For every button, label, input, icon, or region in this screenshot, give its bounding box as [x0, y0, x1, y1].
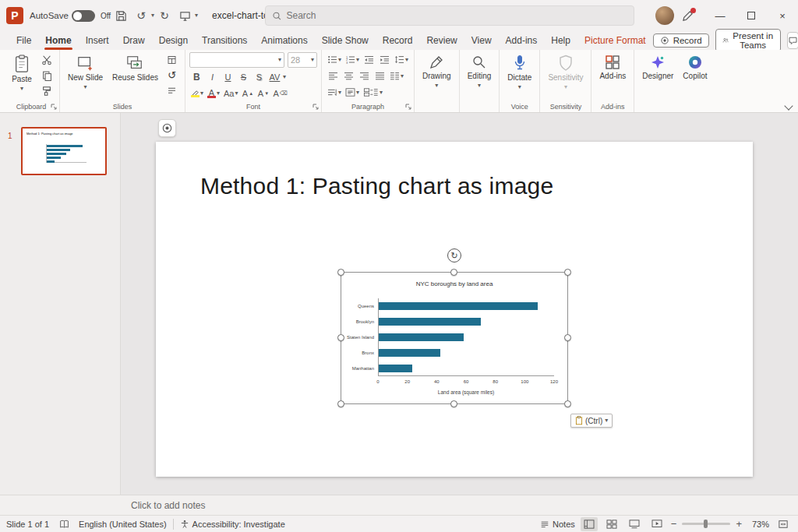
highlight-color-button[interactable]: ▾	[189, 86, 205, 100]
selection-handle-e[interactable]	[564, 334, 571, 341]
close-button[interactable]: ×	[767, 0, 798, 31]
columns-button[interactable]: ▾	[388, 69, 405, 83]
undo-button[interactable]: ↺	[131, 5, 151, 26]
drawing-button[interactable]: Drawing ▾	[418, 52, 455, 91]
decrease-indent-button[interactable]	[362, 52, 376, 67]
copilot-canvas-button[interactable]	[158, 119, 176, 137]
normal-view-button[interactable]	[581, 517, 598, 531]
selection-handle-w[interactable]	[337, 334, 344, 341]
font-name-combo[interactable]: ▾	[189, 52, 284, 68]
dictate-button[interactable]: Dictate ▾	[503, 52, 535, 93]
change-case-button[interactable]: Aa▾	[222, 86, 239, 100]
zoom-out-button[interactable]: −	[671, 518, 677, 530]
font-name-input[interactable]	[192, 55, 277, 65]
tab-animations[interactable]: Animations	[254, 33, 314, 48]
tab-view[interactable]: View	[464, 33, 499, 48]
tab-add-ins[interactable]: Add-ins	[499, 33, 545, 48]
sensitivity-button[interactable]: Sensitivity ▾	[544, 52, 587, 93]
increase-indent-button[interactable]	[377, 52, 392, 67]
addins-button[interactable]: Add-ins	[595, 52, 630, 83]
reading-view-button[interactable]	[626, 517, 643, 531]
increase-font-size-button[interactable]: A▲	[240, 86, 255, 100]
convert-to-smartart-button[interactable]: ▾	[362, 85, 384, 100]
present-in-teams-button[interactable]: Present in Teams	[715, 29, 781, 52]
paste-button[interactable]: Paste ▾	[7, 52, 37, 94]
font-color-button[interactable]: A ▾	[206, 86, 221, 100]
font-dialog-launcher[interactable]	[312, 104, 319, 110]
slide-title-text[interactable]: Method 1: Pasting chart as image	[200, 173, 553, 199]
font-size-combo[interactable]: ▾	[288, 52, 317, 68]
fit-to-window-button[interactable]	[775, 517, 792, 531]
comments-button[interactable]	[787, 32, 798, 49]
tab-draw[interactable]: Draw	[116, 33, 152, 48]
text-direction-button[interactable]: ▾	[326, 85, 343, 100]
italic-button[interactable]: I	[205, 69, 220, 84]
notes-toggle-button[interactable]: Notes	[540, 520, 575, 529]
character-spacing-chevron[interactable]: ▾	[283, 74, 286, 80]
clipboard-dialog-launcher[interactable]	[51, 104, 57, 110]
zoom-in-button[interactable]: +	[736, 518, 742, 530]
designer-button[interactable]: Designer	[638, 52, 677, 83]
autosave-toggle[interactable]	[72, 10, 95, 22]
slide-section-button[interactable]	[164, 83, 181, 98]
paste-options-button[interactable]: (Ctrl) ▾	[570, 414, 613, 428]
selection-handle-n[interactable]	[450, 269, 457, 276]
tab-transitions[interactable]: Transitions	[195, 33, 254, 48]
new-slide-button[interactable]: New Slide ▾	[64, 52, 107, 93]
present-display-button[interactable]	[175, 5, 195, 26]
clear-formatting-button[interactable]: A⌫	[271, 86, 288, 100]
slideshow-view-button[interactable]	[648, 517, 666, 531]
notes-pane[interactable]: Click to add notes	[0, 495, 798, 515]
save-button[interactable]	[111, 5, 131, 26]
bullets-button[interactable]: ▾	[326, 52, 343, 67]
reuse-slides-button[interactable]: Reuse Slides	[108, 52, 162, 85]
underline-button[interactable]: U	[221, 69, 235, 84]
paragraph-dialog-launcher[interactable]	[405, 104, 411, 110]
slide-layout-button[interactable]	[164, 52, 181, 67]
align-text-button[interactable]: ▾	[344, 85, 361, 100]
search-box[interactable]	[265, 5, 634, 26]
tab-slide-show[interactable]: Slide Show	[315, 33, 376, 48]
selection-handle-se[interactable]	[564, 400, 571, 407]
chart-image[interactable]: NYC boroughs by land area QueensBrooklyn…	[341, 273, 567, 403]
align-center-button[interactable]	[341, 69, 356, 83]
editing-button[interactable]: Editing ▾	[464, 52, 496, 91]
collapse-ribbon-chevron[interactable]	[784, 101, 793, 110]
quick-access-dropdown[interactable]: ▾	[195, 12, 198, 19]
copy-button[interactable]	[38, 68, 55, 83]
minimize-button[interactable]: —	[704, 0, 736, 31]
spell-check-button[interactable]	[55, 517, 72, 531]
cut-button[interactable]	[38, 52, 55, 67]
redo-button[interactable]: ↻	[154, 5, 175, 26]
accessibility-button[interactable]: Accessibility: Investigate	[180, 520, 285, 529]
tab-insert[interactable]: Insert	[79, 33, 116, 48]
rotation-handle[interactable]: ↻	[447, 248, 461, 262]
editing-mode-button[interactable]	[682, 10, 694, 22]
strikethrough-button[interactable]: S	[236, 69, 251, 84]
format-painter-button[interactable]	[38, 83, 55, 98]
decrease-font-size-button[interactable]: A▼	[256, 86, 270, 100]
powerpoint-logo-icon[interactable]: P	[6, 7, 23, 24]
line-spacing-button[interactable]: ▾	[393, 52, 410, 67]
tab-review[interactable]: Review	[419, 33, 464, 48]
selected-chart-frame[interactable]: NYC boroughs by land area QueensBrooklyn…	[341, 272, 568, 404]
zoom-level[interactable]: 73%	[747, 520, 769, 529]
zoom-slider[interactable]	[682, 523, 730, 525]
bold-button[interactable]: B	[189, 69, 204, 84]
copilot-button[interactable]: Copilot	[679, 52, 711, 83]
maximize-button[interactable]	[736, 0, 767, 31]
slide-reset-button[interactable]: ↺	[164, 68, 181, 83]
tab-help[interactable]: Help	[544, 33, 577, 48]
tab-record[interactable]: Record	[376, 33, 420, 48]
user-avatar[interactable]	[655, 6, 674, 25]
tab-home[interactable]: Home	[38, 33, 78, 48]
numbering-button[interactable]: 123 ▾	[344, 52, 361, 67]
selection-handle-ne[interactable]	[564, 269, 571, 276]
search-input[interactable]	[286, 10, 627, 21]
record-button[interactable]: Record	[653, 33, 709, 48]
slide-sorter-view-button[interactable]	[603, 517, 620, 531]
tab-file[interactable]: File	[9, 33, 38, 48]
tab-picture-format[interactable]: Picture Format	[577, 33, 653, 48]
slide[interactable]: Method 1: Pasting chart as image NYC bor…	[156, 142, 753, 477]
text-shadow-button[interactable]: S	[252, 69, 267, 84]
